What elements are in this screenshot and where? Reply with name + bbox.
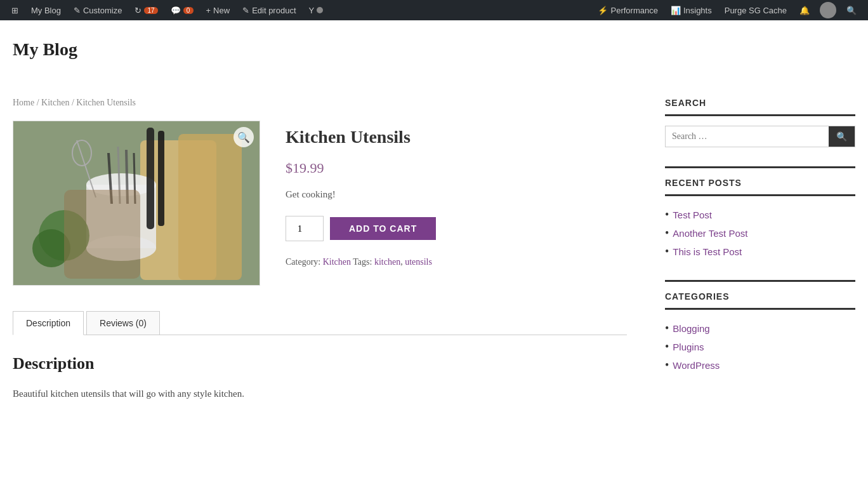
sidebar-categories-section: CATEGORIES Blogging Plugins WordPress (665, 280, 855, 375)
category-3[interactable]: WordPress (673, 360, 720, 371)
page-wrapper: My Blog Home / Kitchen / Kitchen Utensil… (0, 20, 868, 420)
breadcrumb: Home / Kitchen / Kitchen Utensils (13, 98, 627, 108)
magnify-icon[interactable]: 🔍 (233, 127, 254, 147)
edit-icon: ✎ (242, 6, 249, 15)
description-heading: Description (13, 354, 627, 373)
search-button[interactable]: 🔍 (829, 126, 855, 147)
product-image (13, 121, 260, 286)
svg-rect-2 (178, 134, 242, 280)
yoast-icon: Y (309, 6, 315, 15)
adminbar-right: ⚡ Performance 📊 Insights Purge SG Cache … (591, 0, 863, 20)
insights-icon: 📊 (671, 6, 681, 15)
adminbar-edit-product[interactable]: ✎ Edit product (236, 0, 302, 20)
adminbar-insights[interactable]: 📊 Insights (664, 0, 718, 20)
list-item: This is Test Post (665, 242, 855, 261)
adminbar-avatar[interactable] (820, 2, 836, 18)
adminbar-search[interactable]: 🔍 (840, 0, 863, 20)
adminbar-search-icon: 🔍 (846, 6, 857, 15)
tab-content-description: Description Beautiful kitchen utensils t… (13, 335, 627, 420)
product-category-link[interactable]: Kitchen (323, 257, 351, 267)
notification-icon: 🔔 (799, 6, 810, 15)
list-item: Blogging (665, 319, 855, 338)
sidebar-recent-posts-section: RECENT POSTS Test Post Another Test Post… (665, 166, 855, 261)
list-item: Test Post (665, 206, 855, 224)
product-tabs: Description Reviews (0) Description Beau… (13, 311, 627, 420)
add-to-cart-button[interactable]: ADD TO CART (330, 217, 436, 240)
cart-row: ADD TO CART (286, 216, 627, 241)
product-details: Kitchen Utensils $19.99 Get cooking! ADD… (286, 121, 627, 286)
adminbar-performance[interactable]: ⚡ Performance (591, 0, 664, 20)
sidebar-recent-posts-heading: RECENT POSTS (665, 178, 855, 196)
adminbar-comments[interactable]: 💬 0 (164, 0, 200, 20)
adminbar-site-name[interactable]: My Blog (25, 0, 67, 20)
product-price: $19.99 (286, 160, 627, 176)
sidebar-search-section: SEARCH 🔍 (665, 98, 855, 147)
recent-post-3[interactable]: This is Test Post (673, 246, 742, 257)
description-body: Beautiful kitchen utensils that will go … (13, 386, 627, 401)
quantity-input[interactable] (286, 216, 324, 241)
performance-icon: ⚡ (598, 6, 608, 15)
product-title: Kitchen Utensils (286, 127, 627, 147)
recent-post-2[interactable]: Another Test Post (673, 228, 747, 239)
content-area: Home / Kitchen / Kitchen Utensils (13, 98, 855, 420)
product-image-wrap: 🔍 (13, 121, 260, 286)
adminbar-notifications[interactable]: 🔔 (793, 0, 816, 20)
product-tag2-link[interactable]: utensils (405, 257, 432, 267)
breadcrumb-kitchen[interactable]: Kitchen (41, 98, 69, 107)
sidebar-categories-heading: CATEGORIES (665, 291, 855, 310)
adminbar-wp-logo[interactable]: ⊞ (5, 0, 25, 20)
adminbar-new[interactable]: + New (200, 0, 237, 20)
main-content: Home / Kitchen / Kitchen Utensils (13, 98, 627, 420)
recent-post-1[interactable]: Test Post (673, 209, 712, 220)
category-1[interactable]: Blogging (673, 323, 709, 334)
list-item: WordPress (665, 356, 855, 375)
product-short-desc: Get cooking! (286, 189, 627, 200)
product-tag1-link[interactable]: kitchen (374, 257, 400, 267)
recent-posts-list: Test Post Another Test Post This is Test… (665, 206, 855, 261)
adminbar-yoast[interactable]: Y (303, 0, 330, 20)
site-title: My Blog (13, 20, 855, 98)
updates-icon: ↻ (135, 6, 141, 15)
admin-bar: ⊞ My Blog ✎ Customize ↻ 17 💬 0 + New ✎ E… (0, 0, 868, 20)
product-image-svg (13, 121, 260, 286)
product-layout: 🔍 Kitchen Utensils $19.99 Get cooking! A… (13, 121, 627, 286)
adminbar-purge-cache[interactable]: Purge SG Cache (718, 0, 793, 20)
wp-logo-icon: ⊞ (11, 6, 18, 15)
categories-list: Blogging Plugins WordPress (665, 319, 855, 375)
list-item: Plugins (665, 338, 855, 356)
comments-count: 0 (183, 7, 194, 14)
customize-icon: ✎ (74, 6, 81, 15)
sidebar: SEARCH 🔍 RECENT POSTS Test Post Another … (665, 98, 855, 394)
svg-line-8 (126, 150, 128, 204)
adminbar-updates[interactable]: ↻ 17 (128, 0, 164, 20)
svg-point-13 (32, 229, 70, 267)
svg-line-9 (134, 153, 135, 204)
tab-list: Description Reviews (0) (13, 311, 627, 335)
breadcrumb-home[interactable]: Home (13, 98, 34, 107)
search-box: 🔍 (665, 126, 855, 147)
product-meta: Category: Kitchen Tags: kitchen, utensil… (286, 257, 627, 267)
updates-count: 17 (144, 7, 157, 14)
category-2[interactable]: Plugins (673, 342, 704, 352)
yoast-dot (317, 7, 323, 13)
search-input[interactable] (666, 126, 829, 147)
sidebar-search-heading: SEARCH (665, 98, 855, 116)
tab-description[interactable]: Description (13, 311, 84, 335)
adminbar-site-label: My Blog (31, 6, 61, 15)
categories-divider (665, 280, 855, 282)
svg-rect-4 (86, 185, 156, 248)
tab-reviews[interactable]: Reviews (0) (86, 311, 160, 335)
svg-point-5 (86, 173, 156, 196)
svg-rect-15 (158, 131, 164, 226)
comments-icon: 💬 (171, 6, 181, 15)
adminbar-customize[interactable]: ✎ Customize (67, 0, 128, 20)
recent-posts-divider (665, 166, 855, 168)
list-item: Another Test Post (665, 224, 855, 242)
new-icon: + (206, 6, 211, 15)
svg-rect-14 (147, 128, 154, 229)
breadcrumb-current: Kitchen Utensils (76, 98, 136, 107)
